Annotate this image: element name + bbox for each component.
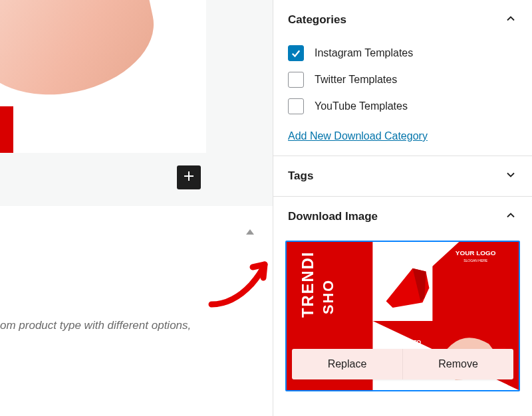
plus-icon: [181, 168, 197, 187]
category-twitter-templates[interactable]: Twitter Templates: [288, 66, 517, 93]
checkbox-checked-icon: [288, 45, 304, 61]
download-image-panel-toggle[interactable]: Download Image: [273, 197, 532, 237]
add-category-link[interactable]: Add New Download Category: [288, 130, 428, 142]
chevron-down-icon: [504, 168, 517, 184]
thumbnail-actions: Replace Remove: [292, 349, 513, 379]
chevron-up-icon: [504, 12, 517, 28]
replace-button[interactable]: Replace: [292, 349, 402, 379]
arrow-annotation-icon: [200, 253, 273, 312]
lower-left-area: om product type with different options,: [0, 206, 273, 416]
tags-title: Tags: [288, 169, 313, 183]
categories-panel: Categories Instagram Templates Twitter T…: [273, 0, 532, 156]
categories-panel-toggle[interactable]: Categories: [273, 0, 532, 40]
category-label: Twitter Templates: [315, 74, 397, 86]
download-image-title: Download Image: [288, 210, 378, 223]
editor-canvas: [0, 0, 273, 206]
remove-button[interactable]: Remove: [403, 349, 513, 379]
category-label: Instagram Templates: [315, 47, 413, 59]
svg-text:GET UPTO: GET UPTO: [391, 339, 422, 346]
categories-title: Categories: [288, 13, 346, 27]
content-image-block[interactable]: [0, 0, 206, 153]
chevron-up-icon: [504, 209, 517, 225]
svg-text:TRENDI: TRENDI: [299, 251, 317, 318]
download-image-thumbnail[interactable]: TRENDI SHO YOUR LOGO SLOGAN HERE GET UPT…: [285, 241, 520, 391]
checkbox-unchecked-icon: [288, 98, 304, 114]
checkbox-unchecked-icon: [288, 72, 304, 88]
svg-text:SHO: SHO: [320, 279, 336, 314]
add-block-button[interactable]: [177, 165, 201, 189]
tags-panel-toggle[interactable]: Tags: [273, 156, 532, 196]
svg-text:YOUR LOGO: YOUR LOGO: [456, 249, 496, 257]
svg-text:SLOGAN HERE: SLOGAN HERE: [464, 259, 488, 262]
category-instagram-templates[interactable]: Instagram Templates: [288, 40, 517, 66]
tags-panel: Tags: [273, 156, 532, 197]
category-youtube-templates[interactable]: YouTube Templates: [288, 93, 517, 120]
product-type-description: om product type with different options,: [0, 319, 191, 332]
download-image-panel: Download Image: [273, 197, 532, 403]
category-label: YouTube Templates: [315, 100, 408, 112]
collapse-caret-icon[interactable]: [246, 229, 254, 235]
